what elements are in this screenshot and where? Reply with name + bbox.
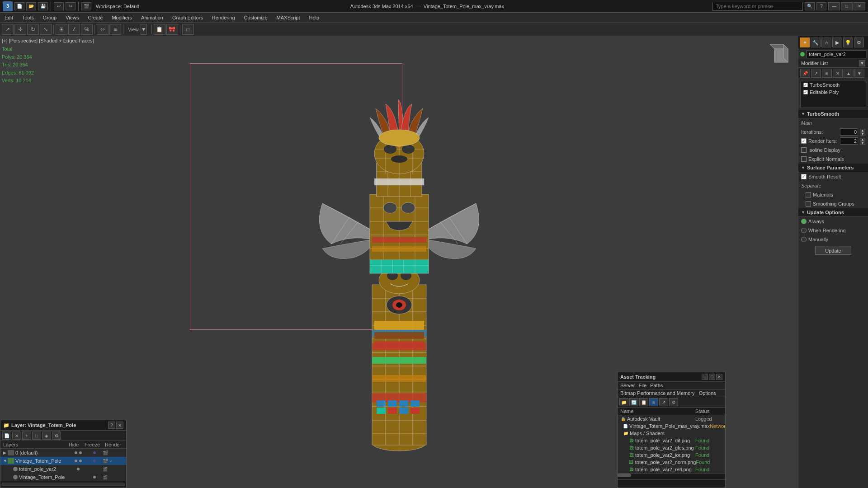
render-iters-input[interactable] (840, 137, 858, 145)
layer-scrollbar[interactable] (0, 481, 126, 488)
mod-pin-btn[interactable]: 📌 (800, 69, 810, 78)
modifier-entry-editable-poly[interactable]: ✓ Editable Poly (801, 89, 866, 96)
render-iters-spinner[interactable]: ▲ ▼ (860, 138, 865, 145)
workspace-dropdown[interactable]: Workspace: Default (93, 4, 142, 9)
select-btn[interactable]: ↗ (2, 24, 14, 35)
asset-tool-3[interactable]: 📋 (639, 398, 648, 406)
named-sel-btn[interactable]: □ (182, 24, 194, 35)
search-btn[interactable]: 🔍 (805, 2, 815, 10)
asset-row-vault[interactable]: 🔒 Autodesk Vault Logged (618, 415, 725, 422)
asset-menu-paths[interactable]: Paths (650, 383, 663, 388)
create-icon[interactable]: ✦ (800, 38, 810, 47)
iterations-down[interactable]: ▼ (860, 132, 865, 136)
mirror-btn[interactable]: ⇔ (97, 24, 108, 35)
menu-maxscript[interactable]: MAXScript (272, 13, 305, 23)
menu-tools[interactable]: Tools (18, 13, 38, 23)
undo-btn[interactable]: ↩ (54, 2, 64, 10)
turbosmooth-checkbox[interactable]: ✓ (803, 83, 808, 87)
iterations-input[interactable] (840, 128, 858, 136)
menu-animation[interactable]: Animation (137, 13, 168, 23)
modifier-entry-turbosmooth[interactable]: ✓ TurboSmooth (801, 81, 866, 89)
menu-create[interactable]: Create (83, 13, 107, 23)
layer-help-btn[interactable]: ? (108, 422, 115, 429)
open-btn[interactable]: 📂 (26, 2, 36, 10)
smooth-result-checkbox[interactable]: ✓ (801, 174, 807, 179)
editable-poly-checkbox[interactable]: ✓ (803, 90, 808, 94)
move-btn[interactable]: ✛ (14, 24, 26, 35)
asset-tool-2[interactable]: 🔄 (629, 398, 638, 406)
always-radio[interactable] (801, 219, 807, 224)
angle-snap-btn[interactable]: ∠ (68, 24, 80, 35)
asset-row-ior[interactable]: 🖼 totem_pole_var2_ior.png Found (618, 451, 725, 459)
isoline-checkbox[interactable] (801, 147, 807, 153)
materials-checkbox[interactable] (806, 192, 811, 197)
viewport[interactable]: [+] [Perspective] [Shaded + Edged Faces]… (0, 36, 798, 488)
asset-minimize-btn[interactable]: — (702, 374, 708, 380)
redo-btn[interactable]: ↪ (66, 2, 75, 10)
layer-add-obj-btn[interactable]: + (22, 432, 31, 440)
asset-close-btn[interactable]: ✕ (716, 374, 722, 380)
asset-scroll-area[interactable] (618, 473, 725, 479)
layer-scrollbar-track[interactable] (1, 483, 125, 486)
asset-tool-4[interactable]: ≡ (649, 398, 658, 406)
manually-radio[interactable] (801, 237, 807, 242)
mod-move-dn-btn[interactable]: ▼ (854, 69, 864, 78)
save-btn[interactable]: 💾 (38, 2, 48, 10)
asset-menu-file[interactable]: File (638, 383, 646, 388)
asset-row-refl[interactable]: 🖼 totem_pole_var2_refl.png Found (618, 466, 725, 473)
layer-delete-btn[interactable]: ✕ (12, 432, 21, 440)
layer-new-btn[interactable]: 📄 (2, 432, 11, 440)
modify-icon[interactable]: 🔧 (811, 38, 821, 47)
close-btn[interactable]: ✕ (854, 2, 865, 10)
asset-options-label[interactable]: Options (699, 390, 716, 396)
search-input[interactable] (712, 2, 803, 11)
menu-rendering[interactable]: Rendering (208, 13, 240, 23)
asset-tool-6[interactable]: ⚙ (669, 398, 678, 406)
render-iters-checkbox[interactable]: ✓ (801, 138, 807, 144)
mod-move-up-btn[interactable]: ▲ (844, 69, 854, 78)
layer-highlight-btn[interactable]: ◈ (42, 432, 51, 440)
layer-row-vintage-totem-pole[interactable]: ▼ Vintage_Totem_Pole 🎬 ✓ (0, 457, 126, 465)
minimize-btn[interactable]: — (828, 2, 840, 10)
modifier-name-input[interactable] (807, 50, 866, 58)
modifier-list-dropdown[interactable]: Modifier List ▼ (798, 59, 868, 68)
help-btn[interactable]: ? (816, 2, 826, 10)
scale-btn[interactable]: ⤡ (40, 24, 52, 35)
update-options-arrow[interactable]: ▼ (801, 210, 805, 215)
rotate-btn[interactable]: ↻ (27, 24, 39, 35)
surface-params-arrow[interactable]: ▼ (801, 165, 805, 170)
menu-help[interactable]: Help (305, 13, 324, 23)
when-rendering-radio[interactable] (801, 228, 807, 233)
layer-row-vintage-totem-pole-child[interactable]: Vintage_Totem_Pole 🎬 (0, 473, 126, 481)
asset-tool-5[interactable]: ↗ (659, 398, 668, 406)
align-btn[interactable]: ≡ (109, 24, 121, 35)
asset-row-glos[interactable]: 🖼 totem_pole_var2_glos.png Found (618, 444, 725, 451)
percent-snap-btn[interactable]: % (81, 24, 93, 35)
maximize-btn[interactable]: □ (841, 2, 853, 10)
menu-edit[interactable]: Edit (0, 13, 18, 23)
new-btn[interactable]: 📄 (14, 2, 24, 10)
iterations-up[interactable]: ▲ (860, 129, 865, 132)
render-iters-up[interactable]: ▲ (860, 138, 865, 141)
menu-customize[interactable]: Customize (240, 13, 272, 23)
asset-row-norm[interactable]: 🖼 totem_pole_var2_norm.png Found (618, 459, 725, 466)
asset-restore-btn[interactable]: □ (709, 374, 715, 380)
explicit-normals-checkbox[interactable] (801, 156, 807, 162)
ribbon-btn[interactable]: 🎀 (166, 24, 178, 35)
utilities-icon[interactable]: ⚙ (854, 38, 864, 47)
display-icon[interactable]: 💡 (843, 38, 853, 47)
render-btn[interactable]: 🎬 (81, 2, 91, 10)
iterations-spinner[interactable]: ▲ ▼ (860, 129, 865, 136)
layer-row-0-default[interactable]: ▶ 0 (default) 🎬 (0, 449, 126, 457)
asset-tool-1[interactable]: 📁 (619, 398, 628, 406)
asset-row-maps-shaders[interactable]: 📁 Maps / Shaders (618, 430, 725, 437)
mod-remove-btn[interactable]: ✕ (833, 69, 843, 78)
menu-group[interactable]: Group (38, 13, 61, 23)
menu-views[interactable]: Views (61, 13, 83, 23)
bitmap-perf-label[interactable]: Bitmap Performance and Memory (620, 390, 694, 396)
hierarchy-icon[interactable]: ⑃ (821, 38, 831, 47)
modifier-list-btn[interactable]: ▼ (859, 60, 865, 66)
menu-graph-editors[interactable]: Graph Editors (168, 13, 208, 23)
update-button[interactable]: Update (815, 246, 851, 255)
mod-select-btn[interactable]: ↗ (811, 69, 821, 78)
